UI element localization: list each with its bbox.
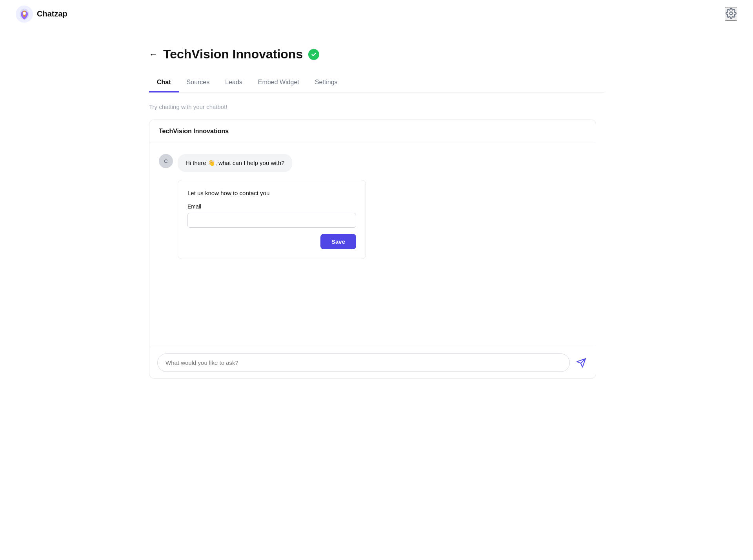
back-button[interactable]: ← bbox=[149, 49, 158, 60]
tab-nav: Chat Sources Leads Embed Widget Settings bbox=[149, 74, 604, 92]
send-icon bbox=[576, 358, 586, 368]
main-content: ← TechVision Innovations Chat Sources Le… bbox=[126, 28, 628, 402]
chat-widget: TechVision Innovations C Hi there 👋, wha… bbox=[149, 120, 596, 379]
email-input[interactable] bbox=[187, 213, 356, 228]
tab-sources[interactable]: Sources bbox=[179, 74, 218, 92]
page-title-row: ← TechVision Innovations bbox=[149, 47, 604, 62]
gear-icon bbox=[726, 8, 737, 19]
save-button-row: Save bbox=[187, 234, 356, 249]
checkmark-icon bbox=[311, 52, 316, 57]
page-title: TechVision Innovations bbox=[163, 47, 303, 62]
bot-message-row: C Hi there 👋, what can I help you with? bbox=[159, 154, 586, 172]
bot-avatar: C bbox=[159, 154, 173, 168]
app-header: Chatzap bbox=[0, 0, 753, 28]
tab-embed-widget[interactable]: Embed Widget bbox=[250, 74, 307, 92]
svg-point-2 bbox=[23, 12, 26, 15]
svg-point-3 bbox=[730, 12, 733, 15]
logo-area: Chatzap bbox=[16, 5, 67, 23]
verified-badge bbox=[308, 49, 319, 60]
tab-chat[interactable]: Chat bbox=[149, 74, 179, 92]
chat-input[interactable] bbox=[157, 353, 570, 372]
contact-form-card: Let us know how to contact you Email Sav… bbox=[178, 180, 366, 259]
email-label: Email bbox=[187, 203, 356, 210]
save-button[interactable]: Save bbox=[320, 234, 356, 249]
chat-input-area bbox=[149, 347, 596, 378]
logo-icon bbox=[16, 5, 33, 23]
chat-widget-header: TechVision Innovations bbox=[149, 120, 596, 143]
settings-button[interactable] bbox=[725, 7, 737, 21]
tab-leads[interactable]: Leads bbox=[217, 74, 250, 92]
logo-text: Chatzap bbox=[37, 9, 67, 18]
chat-body: C Hi there 👋, what can I help you with? … bbox=[149, 143, 596, 347]
page-subtitle: Try chatting with your chatbot! bbox=[149, 103, 604, 110]
tab-settings[interactable]: Settings bbox=[307, 74, 346, 92]
bot-bubble: Hi there 👋, what can I help you with? bbox=[178, 154, 292, 172]
contact-form-title: Let us know how to contact you bbox=[187, 190, 356, 196]
send-button[interactable] bbox=[575, 356, 588, 370]
